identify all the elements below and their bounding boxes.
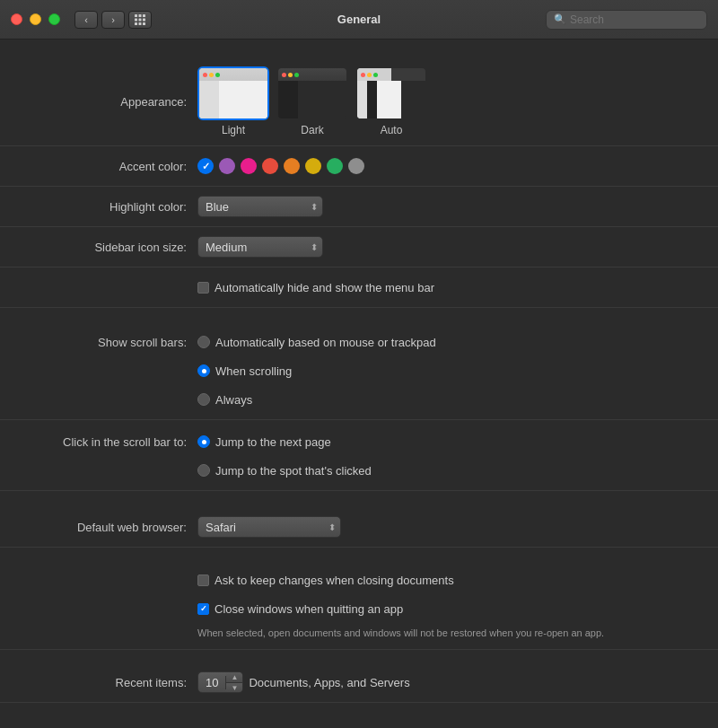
appearance-dark-thumb[interactable] <box>276 66 348 120</box>
search-box[interactable]: 🔍 <box>546 10 707 30</box>
browser-select-wrapper: Safari Chrome Firefox <box>197 516 341 538</box>
scroll-bars-label: Show scroll bars: <box>0 336 197 349</box>
close-windows-label: Close windows when quitting an app <box>215 602 403 616</box>
accent-graphite[interactable] <box>348 158 364 174</box>
accent-red[interactable] <box>262 158 278 174</box>
search-icon: 🔍 <box>554 13 566 25</box>
click-scroll-next-radio[interactable] <box>197 435 210 448</box>
click-scroll-next-label: Jump to the next page <box>215 435 331 449</box>
appearance-dark-label: Dark <box>301 124 323 136</box>
scroll-bars-when-controls: When scrolling <box>197 364 691 378</box>
highlight-color-row: Highlight color: Blue Gold Graphite Gree… <box>0 196 691 217</box>
svg-rect-6 <box>135 22 137 25</box>
svg-rect-8 <box>143 22 145 25</box>
click-scroll-spot-row: Jump to the spot that's clicked <box>0 460 691 481</box>
highlight-color-controls: Blue Gold Graphite Green Orange Pink Pur… <box>197 196 691 217</box>
svg-rect-7 <box>139 22 142 25</box>
recent-items-label: Recent items: <box>0 676 197 689</box>
svg-rect-3 <box>135 18 137 21</box>
highlight-select-wrapper: Blue Gold Graphite Green Orange Pink Pur… <box>197 196 323 217</box>
click-scroll-spot-radio[interactable] <box>197 464 210 477</box>
scroll-bars-when-label: When scrolling <box>215 364 292 378</box>
accent-green[interactable] <box>327 158 343 174</box>
svg-rect-5 <box>143 18 145 21</box>
svg-rect-2 <box>143 14 145 17</box>
accent-color-controls <box>197 158 691 174</box>
scroll-bars-always-controls: Always <box>197 393 691 407</box>
recent-items-value: 10 <box>198 676 226 689</box>
maximize-button[interactable] <box>48 13 60 25</box>
appearance-dark[interactable]: Dark <box>276 66 348 136</box>
svg-rect-4 <box>139 18 142 21</box>
close-button[interactable] <box>11 13 22 25</box>
scroll-bars-auto-radio[interactable] <box>197 336 210 348</box>
sidebar-icon-size-label: Sidebar icon size: <box>0 241 197 254</box>
scroll-bars-always-radio[interactable] <box>197 393 210 406</box>
appearance-light-label: Light <box>222 124 245 136</box>
browser-select[interactable]: Safari Chrome Firefox <box>197 516 341 538</box>
browser-row: Default web browser: Safari Chrome Firef… <box>0 516 691 538</box>
close-windows-row: Close windows when quitting an app <box>0 598 691 619</box>
highlight-color-select[interactable]: Blue Gold Graphite Green Orange Pink Pur… <box>197 196 323 217</box>
click-scroll-spot-label: Jump to the spot that's clicked <box>215 464 372 478</box>
click-scroll-label: Click in the scroll bar to: <box>0 435 197 449</box>
appearance-auto[interactable]: Auto <box>355 66 427 136</box>
stepper-up-button[interactable]: ▲ <box>226 672 242 683</box>
stepper-down-button[interactable]: ▼ <box>226 683 242 693</box>
scroll-bars-auto-controls: Automatically based on mouse or trackpad <box>197 336 691 349</box>
traffic-lights <box>11 13 60 25</box>
titlebar: ‹ › General 🔍 <box>0 0 718 39</box>
recent-items-controls: 10 ▲ ▼ Documents, Apps, and Servers <box>197 671 691 693</box>
back-button[interactable]: ‹ <box>74 11 98 29</box>
appearance-light-thumb[interactable] <box>197 66 269 120</box>
sidebar-icon-size-wrapper: Small Medium Large <box>197 236 323 258</box>
svg-rect-1 <box>139 14 142 17</box>
menu-bar-row: Automatically hide and show the menu bar <box>0 276 691 298</box>
click-scroll-next-row: Click in the scroll bar to: Jump to the … <box>0 431 691 452</box>
sidebar-icon-size-controls: Small Medium Large <box>197 236 691 258</box>
click-scroll-section: Click in the scroll bar to: Jump to the … <box>0 420 718 491</box>
scroll-bars-when-radio[interactable] <box>197 364 210 377</box>
accent-blue[interactable] <box>197 158 214 174</box>
appearance-auto-label: Auto <box>381 124 403 136</box>
browser-label: Default web browser: <box>0 521 197 534</box>
appearance-light[interactable]: Light <box>197 66 269 136</box>
appearance-auto-thumb[interactable] <box>355 66 427 120</box>
window-title: General <box>337 13 381 26</box>
accent-orange[interactable] <box>284 158 300 174</box>
recent-items-row: Recent items: 10 ▲ ▼ Documents, Apps, an… <box>0 671 691 693</box>
grid-button[interactable] <box>128 11 152 29</box>
sidebar-icon-size-section: Sidebar icon size: Small Medium Large <box>0 227 718 268</box>
search-input[interactable] <box>570 13 699 26</box>
highlight-color-label: Highlight color: <box>0 200 197 214</box>
appearance-section: Appearance: <box>0 57 718 146</box>
browser-section: Default web browser: Safari Chrome Firef… <box>0 505 718 548</box>
close-windows-checkbox[interactable] <box>197 603 209 615</box>
forward-button[interactable]: › <box>101 11 125 29</box>
accent-yellow[interactable] <box>305 158 321 174</box>
scroll-bars-section: Show scroll bars: Automatically based on… <box>0 322 718 420</box>
recent-items-section: Recent items: 10 ▲ ▼ Documents, Apps, an… <box>0 664 718 703</box>
svg-rect-0 <box>135 14 137 17</box>
accent-color-label: Accent color: <box>0 160 197 173</box>
main-content: Appearance: <box>0 39 718 728</box>
close-windows-subtext: When selected, open documents and window… <box>0 627 691 640</box>
appearance-controls: Light <box>197 66 691 136</box>
minimize-button[interactable] <box>30 13 41 25</box>
scroll-bars-always-label: Always <box>215 393 252 407</box>
menu-bar-checkbox[interactable] <box>197 282 209 294</box>
close-windows-controls: Close windows when quitting an app <box>197 602 691 616</box>
sidebar-icon-size-row: Sidebar icon size: Small Medium Large <box>0 236 691 258</box>
accent-pink[interactable] <box>241 158 257 174</box>
accent-purple[interactable] <box>219 158 235 174</box>
keep-changes-row: Ask to keep changes when closing documen… <box>0 569 691 591</box>
keep-changes-label: Ask to keep changes when closing documen… <box>215 574 454 587</box>
nav-buttons: ‹ › <box>74 11 125 29</box>
keep-changes-checkbox[interactable] <box>197 575 209 586</box>
handoff-row: Allow Handoff between this Mac and your … <box>0 724 691 728</box>
scroll-bars-always-row: Always <box>0 389 691 410</box>
sidebar-icon-size-select[interactable]: Small Medium Large <box>197 236 323 258</box>
menu-bar-checkbox-label: Automatically hide and show the menu bar <box>215 281 434 294</box>
menu-bar-section: Automatically hide and show the menu bar <box>0 268 718 308</box>
checkboxes-section: Ask to keep changes when closing documen… <box>0 562 718 650</box>
